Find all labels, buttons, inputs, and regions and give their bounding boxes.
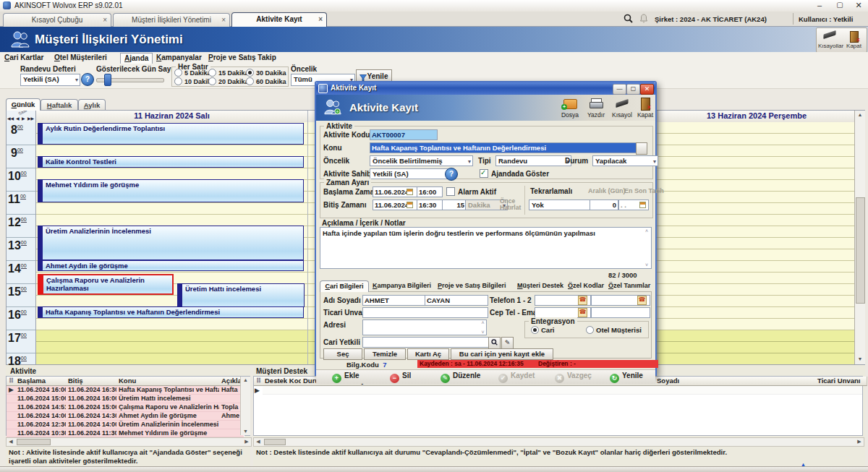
search-icon[interactable] <box>624 14 633 25</box>
close-button[interactable]: ✕ <box>851 1 867 10</box>
menu-ajanda[interactable]: Ajanda <box>120 53 153 64</box>
scroll-down-icon[interactable]: ▼ <box>241 429 250 434</box>
calendar-event[interactable]: Üretim Analizlerinin İncelenmesi <box>38 226 304 260</box>
scroll-up-icon[interactable]: ▲ <box>241 377 250 382</box>
ticari-unvani-input[interactable] <box>362 307 488 318</box>
scroll-up-icon[interactable]: ˄ <box>643 228 650 233</box>
cell[interactable]: Üretim Hattı incelemesi <box>116 395 224 403</box>
konu-input[interactable]: Hafta Kapanış Toplantısı ve Haftanın Değ… <box>370 142 637 153</box>
empty-row[interactable] <box>263 386 862 395</box>
scroll-up-icon[interactable]: ▲ <box>855 112 865 117</box>
dosya-button[interactable]: + Dosya <box>558 96 582 119</box>
menu-otel-musterileri[interactable]: Otel Müşterileri <box>54 53 107 61</box>
tab-close-icon[interactable]: × <box>221 14 226 26</box>
maximize-button[interactable]: ▢ <box>832 1 848 9</box>
aktivite-kodu-input[interactable]: AKT00007 <box>370 129 438 140</box>
cell[interactable]: 11.06.2024 14:51 <box>15 403 70 412</box>
yenile-button[interactable]: ↻Yenile <box>610 372 643 383</box>
cell[interactable]: 11.06.2024 15:06 <box>66 403 121 412</box>
otel-musterisi-radio[interactable]: Otel Müşterisi <box>586 326 642 334</box>
yazdir-button[interactable]: Yazdır <box>584 96 608 119</box>
cell[interactable]: 11.06.2024 16:00 <box>66 395 121 403</box>
yeni-kayit-button[interactable]: Bu cari için yeni kayıt ekle <box>451 348 553 360</box>
tab-musteri-iliskileri[interactable]: Müşteri İlişkileri Yönetimi × <box>113 13 230 27</box>
scroll-right-icon[interactable]: ▶ <box>856 439 862 445</box>
calendar-event-selected[interactable]: Çalışma Raporu ve Analizlerin Hazırlanma… <box>38 274 174 295</box>
aralik-input[interactable]: 0 <box>590 199 618 210</box>
radio-30-dakika[interactable]: 30 Dakika <box>246 69 286 77</box>
destek-hscrollbar[interactable]: ◀ ▶ <box>253 437 864 447</box>
adresi-textarea[interactable]: ˄ ˅ <box>362 319 487 335</box>
randevu-defteri-select[interactable]: Yetkili (SA) <box>20 74 80 86</box>
menu-kampanyalar[interactable]: Kampanyalar <box>156 53 202 61</box>
scroll-thumb[interactable] <box>856 197 865 304</box>
kapat-button[interactable]: ✕ Kapat <box>843 29 865 51</box>
ajandada-goster-checkbox[interactable]: Ajandada Göster <box>480 169 549 178</box>
bitis-time-input[interactable]: 16:30 <box>417 199 443 210</box>
cell[interactable]: 11.06.2024 11:30 <box>66 429 121 437</box>
col-ticari-unvani[interactable]: Ticari Unvanı <box>815 377 867 386</box>
cell[interactable]: 11.06.2024 14:30 <box>66 412 121 421</box>
view-tab-gunluk[interactable]: Günlük <box>6 98 41 111</box>
nav-first-icon[interactable]: ◀◀ <box>7 116 14 121</box>
aktivite-sahibi-select[interactable]: Yetkili (SA) <box>370 168 451 179</box>
scroll-down-icon[interactable]: ˅ <box>643 262 650 267</box>
help-icon[interactable]: ? <box>445 168 458 181</box>
cell[interactable]: 11.06.2024 10:30 <box>15 429 70 437</box>
cell[interactable]: 11.06.2024 14:00 <box>66 421 121 429</box>
view-tab-aylik[interactable]: Aylık <box>78 99 106 111</box>
cell[interactable]: 11.06.2024 14:00 <box>15 412 70 421</box>
cari-yetkili-input[interactable] <box>362 337 490 348</box>
calendar-icon[interactable] <box>639 202 646 208</box>
scroll-thumb[interactable] <box>264 439 286 445</box>
oncelik-select[interactable]: Öncelik Belirtilmemiş <box>370 155 473 166</box>
email-input[interactable] <box>591 307 650 318</box>
aktivite-hscrollbar[interactable]: ◀ ▶ <box>6 437 252 447</box>
aktivite-vscrollbar[interactable]: ▲ ▼ <box>240 377 250 435</box>
calendar-event[interactable]: Hafta Kapanış Toplantısı ve Haftanın Değ… <box>38 306 304 318</box>
cell[interactable]: Mehmet Yıldırım ile görüşme <box>116 429 224 437</box>
kisayollar-button[interactable]: Kısayollar <box>818 29 841 51</box>
dialog-minimize-button[interactable]: — <box>613 84 626 95</box>
kisayol-button[interactable]: Kısayol <box>610 96 634 119</box>
cari-yetkili-search-button[interactable] <box>488 337 501 349</box>
col-bitis[interactable]: Bitiş <box>66 377 121 386</box>
ekle-button[interactable]: +Ekle <box>332 372 359 383</box>
col-destek-kodu[interactable]: Destek Kodu <box>263 377 305 386</box>
calendar-icon[interactable] <box>407 189 413 195</box>
durum-select[interactable]: Yapılacak <box>592 155 658 166</box>
after-hours-region[interactable] <box>36 330 307 364</box>
calendar-event[interactable]: Aylık Rutin Değerlendirme Toplantısı <box>38 123 304 145</box>
menu-proje-satis[interactable]: Proje ve Satış Takip <box>208 53 276 61</box>
karti-ac-button[interactable]: Kartı Aç <box>407 348 449 360</box>
tab-proje-satis-bilgileri[interactable]: Proje ve Satış Bilgileri <box>438 282 506 289</box>
sil-button[interactable]: −Sil <box>390 372 411 383</box>
vazgec-button[interactable]: ✖Vazgeç <box>555 372 592 383</box>
cell[interactable]: 11.06.2024 16:30 <box>66 386 121 395</box>
dialog-close-button[interactable]: ✕ <box>640 84 654 95</box>
slider-thumb[interactable] <box>104 74 111 86</box>
tab-close-icon[interactable]: × <box>318 13 323 25</box>
tekrarlamali-select[interactable]: Yok <box>529 199 597 210</box>
temizle-button[interactable]: Temizle <box>364 348 406 360</box>
konu-expand-button[interactable] <box>636 142 647 155</box>
spin-up-icon[interactable]: ˄ <box>480 320 486 325</box>
cell[interactable]: Çalışma Raporu ve Analizlerin Hazırlanma… <box>116 403 224 412</box>
sec-button[interactable]: Seç <box>323 348 362 360</box>
kapat-button[interactable]: ✕ Kapat <box>636 96 655 119</box>
soyadi-input[interactable]: CAYAN <box>425 295 488 306</box>
phone-icon[interactable]: ☎ <box>578 308 587 317</box>
scroll-left-icon[interactable]: ◀ <box>8 439 14 445</box>
menu-cari-kartlar[interactable]: Cari Kartlar <box>4 53 43 61</box>
duzenle-button[interactable]: ✎Düzenle <box>441 372 480 383</box>
calendar-vscrollbar[interactable]: ▲ ▼ <box>854 111 865 364</box>
notification-bell-icon[interactable] <box>639 14 648 25</box>
calendar-event[interactable]: Ahmet Aydın ile görüşme <box>38 260 304 271</box>
alarm-aktif-checkbox[interactable]: Alarm Aktif <box>446 187 496 196</box>
calendar-icon[interactable] <box>407 202 413 208</box>
day1-grid[interactable]: Aylık Rutin Değerlendirme Toplantısı Kal… <box>36 122 308 364</box>
nav-next-icon[interactable]: ▶ <box>22 116 25 121</box>
scroll-down-icon[interactable]: ▼ <box>855 356 865 361</box>
tab-aktivite-kayit[interactable]: Aktivite Kayıt × <box>231 12 327 27</box>
tab-close-icon[interactable]: × <box>103 14 107 26</box>
